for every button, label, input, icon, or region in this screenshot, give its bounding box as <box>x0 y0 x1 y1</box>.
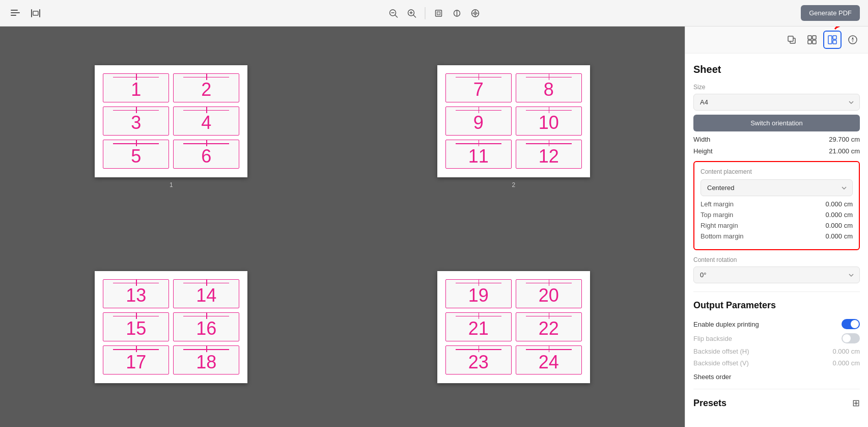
backside-offset-v-row: Backside offset (V) 0.000 cm <box>693 359 860 367</box>
width-label: Width <box>693 136 710 143</box>
backside-offset-h-value: 0.000 cm <box>833 348 860 355</box>
width-value: 29.700 cm <box>829 136 860 143</box>
rotation-label: Content rotation <box>693 256 860 263</box>
flip-backside-toggle-knob <box>843 334 851 342</box>
placement-select[interactable]: Centered Top Left Top Right <box>701 179 853 196</box>
page-3-container: 13 14 15 16 17 18 <box>0 227 343 427</box>
height-label: Height <box>693 147 713 155</box>
card-6: 6 <box>173 140 239 169</box>
backside-offset-h-label: Backside offset (H) <box>693 348 749 355</box>
card-15: 15 <box>103 312 169 341</box>
card-18: 18 <box>173 345 239 375</box>
height-row: Height 21.000 cm <box>693 147 860 155</box>
card-11: 11 <box>445 140 512 169</box>
duplex-row: Enable duplex printing <box>693 319 860 329</box>
svg-rect-1 <box>11 12 20 13</box>
panel-copy-icon[interactable] <box>782 31 801 49</box>
card-9: 9 <box>445 106 512 136</box>
card-23: 23 <box>445 345 512 375</box>
card-13: 13 <box>103 279 169 308</box>
page-1-container: 1 2 3 4 5 6 1 <box>0 26 343 227</box>
section-divider-1 <box>693 291 860 292</box>
presets-grid-icon[interactable]: ⊞ <box>852 397 860 409</box>
svg-rect-30 <box>833 40 836 44</box>
svg-rect-23 <box>788 36 793 41</box>
page-1-sheet: 1 2 3 4 5 6 <box>95 65 247 177</box>
page-4-container: 19 20 21 22 23 24 <box>343 227 685 427</box>
svg-line-12 <box>413 15 415 17</box>
right-margin-value: 0.000 cm <box>826 222 853 229</box>
backside-offset-v-value: 0.000 cm <box>833 359 860 367</box>
fit-all-icon[interactable] <box>468 6 482 20</box>
card-5: 5 <box>103 140 169 169</box>
width-row: Width 29.700 cm <box>693 136 860 143</box>
right-margin-row: Right margin 0.000 cm <box>701 222 853 229</box>
panel-icon-bar <box>685 26 868 54</box>
svg-rect-4 <box>39 9 40 17</box>
zoom-in-icon[interactable] <box>404 6 418 20</box>
card-19: 19 <box>445 279 512 308</box>
card-4: 4 <box>173 106 239 136</box>
duplex-toggle-knob <box>851 320 859 328</box>
page-4-sheet: 19 20 21 22 23 24 <box>437 271 590 383</box>
sheets-order-label: Sheets order <box>693 373 860 381</box>
align-icon[interactable] <box>8 6 22 20</box>
flip-backside-toggle[interactable] <box>842 333 860 343</box>
canvas-area: 1 2 3 4 5 6 1 7 8 9 10 11 12 2 1 <box>0 26 685 427</box>
left-margin-label: Left margin <box>701 200 734 208</box>
card-20: 20 <box>516 279 582 308</box>
duplex-toggle[interactable] <box>842 319 860 329</box>
svg-marker-32 <box>852 37 854 40</box>
right-panel: Sheet Size A4 A3 Letter Switch orientati… <box>685 26 868 427</box>
svg-rect-0 <box>11 10 18 11</box>
svg-rect-3 <box>31 9 32 17</box>
card-17: 17 <box>103 345 169 375</box>
output-parameters-title: Output Parameters <box>693 300 860 311</box>
panel-layout-icon[interactable] <box>823 31 842 49</box>
fit-page-icon[interactable] <box>431 6 445 20</box>
svg-marker-33 <box>852 40 854 43</box>
left-margin-value: 0.000 cm <box>826 200 853 208</box>
zoom-out-icon[interactable] <box>386 6 400 20</box>
toolbar-right: Generate PDF <box>801 5 860 21</box>
bottom-margin-row: Bottom margin 0.000 cm <box>701 232 853 240</box>
size-select[interactable]: A4 A3 Letter <box>693 94 860 111</box>
duplex-label: Enable duplex printing <box>693 321 759 328</box>
rotation-select[interactable]: 0° 90° 180° 270° <box>693 266 860 283</box>
right-margin-label: Right margin <box>701 222 738 229</box>
panel-compass-icon[interactable] <box>844 31 862 49</box>
sheet-title: Sheet <box>693 64 860 75</box>
svg-rect-26 <box>808 40 811 44</box>
toolbar-left <box>8 6 43 20</box>
page-2-label: 2 <box>512 181 515 189</box>
panel-content: Sheet Size A4 A3 Letter Switch orientati… <box>685 54 868 427</box>
fit-width-icon[interactable] <box>450 6 464 20</box>
card-10: 10 <box>516 106 582 136</box>
generate-pdf-button[interactable]: Generate PDF <box>801 5 860 21</box>
backside-offset-v-label: Backside offset (V) <box>693 359 749 367</box>
backside-offset-h-row: Backside offset (H) 0.000 cm <box>693 348 860 355</box>
top-margin-value: 0.000 cm <box>826 211 853 219</box>
page-3-sheet: 13 14 15 16 17 18 <box>95 271 247 383</box>
switch-orientation-button[interactable]: Switch orientation <box>693 115 860 131</box>
panel-grid-icon[interactable] <box>803 31 821 49</box>
distribute-icon[interactable] <box>29 6 43 20</box>
card-3: 3 <box>103 106 169 136</box>
content-placement-title: Content placement <box>701 168 853 175</box>
page-2-container: 7 8 9 10 11 12 2 <box>343 26 685 227</box>
svg-rect-14 <box>437 12 440 15</box>
svg-rect-28 <box>828 36 832 44</box>
left-margin-row: Left margin 0.000 cm <box>701 200 853 208</box>
page-1-label: 1 <box>170 181 173 189</box>
card-12: 12 <box>516 140 582 169</box>
content-placement-box: Content placement Centered Top Left Top … <box>693 161 860 250</box>
card-1: 1 <box>103 73 169 102</box>
main-content: 1 2 3 4 5 6 1 7 8 9 10 11 12 2 1 <box>0 26 868 427</box>
svg-rect-24 <box>808 36 811 39</box>
flip-backside-label: Flip backside <box>693 335 732 342</box>
card-16: 16 <box>173 312 239 341</box>
top-margin-label: Top margin <box>701 211 733 219</box>
svg-line-8 <box>395 15 397 17</box>
size-label: Size <box>693 84 860 91</box>
svg-rect-27 <box>813 40 816 44</box>
